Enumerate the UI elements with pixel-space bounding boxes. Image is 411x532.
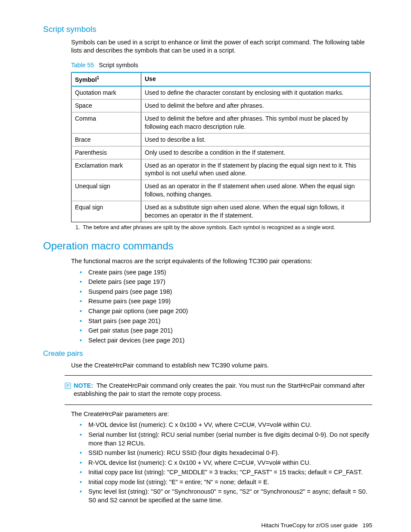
note-text: NOTE: The CreateHrcPair command only cre… (74, 382, 372, 398)
list-item: Initial copy mode list (string): "E" = e… (80, 478, 372, 487)
cell-use: Used to delimit the before and after phr… (141, 100, 371, 112)
heading-create-pairs: Create pairs (43, 349, 372, 359)
cell-symbol: Equal sign (72, 201, 141, 222)
table-row: BraceUsed to describe a list. (72, 133, 371, 146)
cell-symbol: Brace (72, 133, 141, 146)
param-list: M-VOL device list (numeric): C x 0x100 +… (80, 421, 372, 504)
cell-symbol: Quotation mark (72, 86, 141, 99)
cell-use: Used to define the character constant by… (141, 86, 371, 99)
cell-symbol: Exclamation mark (72, 159, 141, 180)
cell-symbol: Parenthesis (72, 146, 141, 159)
note-icon (65, 383, 71, 389)
list-item: Delete pairs (see page 197) (80, 278, 372, 286)
table-row: SpaceUsed to delimit the before and afte… (72, 100, 371, 112)
para-operation-macro: The functional macros are the script equ… (71, 257, 372, 266)
list-item: Select pair devices (see page 201) (80, 336, 372, 345)
table-caption: Table 55 Script symbols (71, 61, 372, 69)
col-symbol: Symbol1 (72, 72, 141, 87)
cell-use: Used as a substitute sign when used alon… (141, 201, 371, 222)
table-title: Script symbols (99, 62, 138, 68)
operation-list: Create pairs (see page 195)Delete pairs … (80, 268, 372, 345)
cell-use: Used as an operator in the If statement … (141, 180, 371, 201)
list-item: Serial number list (string): RCU serial … (80, 431, 372, 448)
table-row: Equal signUsed as a substitute sign when… (72, 201, 371, 222)
table-row: Exclamation markUsed as an operator in t… (72, 159, 371, 180)
cell-symbol: Comma (72, 112, 141, 133)
para-params-intro: The CreateHrcPair parameters are: (71, 410, 372, 419)
list-item: R-VOL device list (numeric): C x 0x100 +… (80, 459, 372, 467)
table-row: Quotation markUsed to define the charact… (72, 86, 371, 99)
list-item: Initial copy pace list (string): "CP_MID… (80, 468, 372, 477)
list-item: Change pair options (see page 200) (80, 307, 372, 316)
list-item: M-VOL device list (numeric): C x 0x100 +… (80, 421, 372, 429)
list-item: Create pairs (see page 195) (80, 268, 372, 277)
note-label: NOTE: (74, 382, 93, 389)
list-item: SSID number list (numeric): RCU SSID (fo… (80, 449, 372, 457)
heading-script-symbols: Script symbols (43, 24, 372, 35)
table-row: CommaUsed to delimit the before and afte… (72, 112, 371, 133)
table-header-row: Symbol1 Use (72, 72, 371, 87)
table-footnote: 1. The before and after phrases are spli… (75, 224, 372, 231)
col-use: Use (141, 72, 371, 87)
cell-use: Used as an operator in the If statement … (141, 159, 371, 180)
para-create-pairs: Use the CreateHrcPair command to establi… (71, 361, 372, 370)
list-item: Sync level list (string): "S0" or "Synch… (80, 488, 372, 504)
note-block: NOTE: The CreateHrcPair command only cre… (65, 375, 372, 405)
table-label: Table 55 (71, 62, 94, 68)
list-item: Start pairs (see page 201) (80, 317, 372, 326)
cell-use: Only used to describe a condition in the… (141, 146, 371, 159)
list-item: Suspend pairs (see page 198) (80, 288, 372, 296)
cell-use: Used to delimit the before and after phr… (141, 112, 371, 133)
list-item: Resume pairs (see page 199) (80, 297, 372, 306)
cell-use: Used to describe a list. (141, 133, 371, 146)
script-symbols-table: Symbol1 Use Quotation markUsed to define… (71, 72, 371, 222)
cell-symbol: Space (72, 100, 141, 112)
list-item: Get pair status (see page 201) (80, 327, 372, 335)
page-footer: Hitachi TrueCopy for z/OS user guide 195 (43, 522, 372, 529)
para-script-symbols: Symbols can be used in a script to enhan… (71, 38, 372, 55)
table-row: Unequal signUsed as an operator in the I… (72, 180, 371, 201)
cell-symbol: Unequal sign (72, 180, 141, 201)
heading-operation-macro: Operation macro commands (43, 239, 372, 253)
table-row: ParenthesisOnly used to describe a condi… (72, 146, 371, 159)
